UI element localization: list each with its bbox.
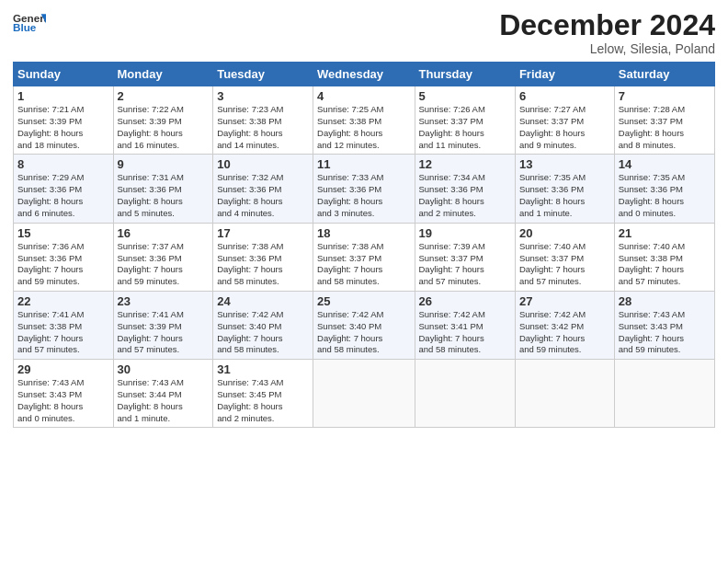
table-row <box>313 360 415 428</box>
cell-info: Sunrise: 7:35 AMSunset: 3:36 PMDaylight:… <box>619 172 711 219</box>
day-number: 23 <box>118 294 210 308</box>
day-number: 2 <box>118 89 210 103</box>
table-row: 1Sunrise: 7:21 AMSunset: 3:39 PMDaylight… <box>14 86 114 155</box>
day-number: 27 <box>519 294 610 308</box>
cell-info: Sunrise: 7:42 AMSunset: 3:40 PMDaylight:… <box>217 309 309 356</box>
table-row: 8Sunrise: 7:29 AMSunset: 3:36 PMDaylight… <box>14 155 114 223</box>
table-row <box>415 360 515 428</box>
cell-info: Sunrise: 7:31 AMSunset: 3:36 PMDaylight:… <box>118 172 210 219</box>
table-row: 24Sunrise: 7:42 AMSunset: 3:40 PMDayligh… <box>213 291 313 359</box>
title-block: December 2024 Lelow, Silesia, Poland <box>499 9 715 56</box>
cell-info: Sunrise: 7:40 AMSunset: 3:37 PMDaylight:… <box>519 241 610 288</box>
table-row: 19Sunrise: 7:39 AMSunset: 3:37 PMDayligh… <box>415 223 515 291</box>
calendar-week-row: 8Sunrise: 7:29 AMSunset: 3:36 PMDaylight… <box>14 155 715 223</box>
day-number: 22 <box>17 294 109 308</box>
day-number: 18 <box>317 226 410 240</box>
table-row: 18Sunrise: 7:38 AMSunset: 3:37 PMDayligh… <box>313 223 415 291</box>
table-row: 6Sunrise: 7:27 AMSunset: 3:37 PMDaylight… <box>515 86 614 155</box>
day-number: 13 <box>519 157 610 171</box>
table-row: 29Sunrise: 7:43 AMSunset: 3:43 PMDayligh… <box>14 360 114 428</box>
cell-info: Sunrise: 7:22 AMSunset: 3:39 PMDaylight:… <box>118 104 210 151</box>
table-row: 17Sunrise: 7:38 AMSunset: 3:36 PMDayligh… <box>213 223 313 291</box>
col-sunday: Sunday <box>14 63 114 86</box>
day-number: 19 <box>419 226 511 240</box>
day-number: 30 <box>118 362 210 376</box>
cell-info: Sunrise: 7:43 AMSunset: 3:43 PMDaylight:… <box>17 377 109 424</box>
calendar-page: General Blue December 2024 Lelow, Silesi… <box>0 0 728 563</box>
table-row: 20Sunrise: 7:40 AMSunset: 3:37 PMDayligh… <box>515 223 614 291</box>
cell-info: Sunrise: 7:40 AMSunset: 3:38 PMDaylight:… <box>619 241 711 288</box>
header: General Blue December 2024 Lelow, Silesi… <box>13 9 715 56</box>
cell-info: Sunrise: 7:42 AMSunset: 3:41 PMDaylight:… <box>419 309 511 356</box>
cell-info: Sunrise: 7:43 AMSunset: 3:43 PMDaylight:… <box>619 309 711 356</box>
cell-info: Sunrise: 7:35 AMSunset: 3:36 PMDaylight:… <box>519 172 610 219</box>
table-row: 5Sunrise: 7:26 AMSunset: 3:37 PMDaylight… <box>415 86 515 155</box>
calendar-week-row: 15Sunrise: 7:36 AMSunset: 3:36 PMDayligh… <box>14 223 715 291</box>
table-row: 4Sunrise: 7:25 AMSunset: 3:38 PMDaylight… <box>313 86 415 155</box>
svg-text:Blue: Blue <box>13 21 37 33</box>
cell-info: Sunrise: 7:26 AMSunset: 3:37 PMDaylight:… <box>419 104 511 151</box>
logo-icon: General Blue <box>13 9 46 35</box>
day-number: 28 <box>619 294 711 308</box>
table-row: 27Sunrise: 7:42 AMSunset: 3:42 PMDayligh… <box>515 291 614 359</box>
day-number: 3 <box>217 89 309 103</box>
cell-info: Sunrise: 7:25 AMSunset: 3:38 PMDaylight:… <box>317 104 410 151</box>
cell-info: Sunrise: 7:38 AMSunset: 3:36 PMDaylight:… <box>217 241 309 288</box>
calendar-week-row: 29Sunrise: 7:43 AMSunset: 3:43 PMDayligh… <box>14 360 715 428</box>
day-number: 10 <box>217 157 309 171</box>
table-row: 23Sunrise: 7:41 AMSunset: 3:39 PMDayligh… <box>113 291 213 359</box>
col-saturday: Saturday <box>614 63 714 86</box>
table-row: 9Sunrise: 7:31 AMSunset: 3:36 PMDaylight… <box>113 155 213 223</box>
cell-info: Sunrise: 7:23 AMSunset: 3:38 PMDaylight:… <box>217 104 309 151</box>
table-row: 15Sunrise: 7:36 AMSunset: 3:36 PMDayligh… <box>14 223 114 291</box>
day-number: 4 <box>317 89 410 103</box>
table-row: 3Sunrise: 7:23 AMSunset: 3:38 PMDaylight… <box>213 86 313 155</box>
table-row: 7Sunrise: 7:28 AMSunset: 3:37 PMDaylight… <box>614 86 714 155</box>
cell-info: Sunrise: 7:37 AMSunset: 3:36 PMDaylight:… <box>118 241 210 288</box>
cell-info: Sunrise: 7:36 AMSunset: 3:36 PMDaylight:… <box>17 241 109 288</box>
table-row: 12Sunrise: 7:34 AMSunset: 3:36 PMDayligh… <box>415 155 515 223</box>
day-number: 29 <box>17 362 109 376</box>
cell-info: Sunrise: 7:21 AMSunset: 3:39 PMDaylight:… <box>17 104 109 151</box>
calendar-week-row: 22Sunrise: 7:41 AMSunset: 3:38 PMDayligh… <box>14 291 715 359</box>
day-number: 6 <box>519 89 610 103</box>
day-number: 9 <box>118 157 210 171</box>
month-title: December 2024 <box>499 9 715 41</box>
cell-info: Sunrise: 7:29 AMSunset: 3:36 PMDaylight:… <box>17 172 109 219</box>
logo: General Blue <box>13 9 46 35</box>
calendar-header-row: Sunday Monday Tuesday Wednesday Thursday… <box>14 63 715 86</box>
table-row: 14Sunrise: 7:35 AMSunset: 3:36 PMDayligh… <box>614 155 714 223</box>
cell-info: Sunrise: 7:27 AMSunset: 3:37 PMDaylight:… <box>519 104 610 151</box>
table-row: 16Sunrise: 7:37 AMSunset: 3:36 PMDayligh… <box>113 223 213 291</box>
table-row: 30Sunrise: 7:43 AMSunset: 3:44 PMDayligh… <box>113 360 213 428</box>
table-row <box>515 360 614 428</box>
cell-info: Sunrise: 7:42 AMSunset: 3:42 PMDaylight:… <box>519 309 610 356</box>
day-number: 25 <box>317 294 410 308</box>
day-number: 31 <box>217 362 309 376</box>
col-thursday: Thursday <box>415 63 515 86</box>
table-row: 28Sunrise: 7:43 AMSunset: 3:43 PMDayligh… <box>614 291 714 359</box>
day-number: 20 <box>519 226 610 240</box>
col-monday: Monday <box>113 63 213 86</box>
table-row: 13Sunrise: 7:35 AMSunset: 3:36 PMDayligh… <box>515 155 614 223</box>
cell-info: Sunrise: 7:28 AMSunset: 3:37 PMDaylight:… <box>619 104 711 151</box>
table-row <box>614 360 714 428</box>
day-number: 15 <box>17 226 109 240</box>
day-number: 14 <box>619 157 711 171</box>
cell-info: Sunrise: 7:42 AMSunset: 3:40 PMDaylight:… <box>317 309 410 356</box>
day-number: 1 <box>17 89 109 103</box>
table-row: 31Sunrise: 7:43 AMSunset: 3:45 PMDayligh… <box>213 360 313 428</box>
day-number: 8 <box>17 157 109 171</box>
table-row: 25Sunrise: 7:42 AMSunset: 3:40 PMDayligh… <box>313 291 415 359</box>
day-number: 26 <box>419 294 511 308</box>
day-number: 24 <box>217 294 309 308</box>
col-friday: Friday <box>515 63 614 86</box>
location: Lelow, Silesia, Poland <box>499 41 715 56</box>
day-number: 7 <box>619 89 711 103</box>
day-number: 5 <box>419 89 511 103</box>
cell-info: Sunrise: 7:41 AMSunset: 3:39 PMDaylight:… <box>118 309 210 356</box>
cell-info: Sunrise: 7:32 AMSunset: 3:36 PMDaylight:… <box>217 172 309 219</box>
cell-info: Sunrise: 7:43 AMSunset: 3:45 PMDaylight:… <box>217 377 309 424</box>
cell-info: Sunrise: 7:38 AMSunset: 3:37 PMDaylight:… <box>317 241 410 288</box>
cell-info: Sunrise: 7:39 AMSunset: 3:37 PMDaylight:… <box>419 241 511 288</box>
